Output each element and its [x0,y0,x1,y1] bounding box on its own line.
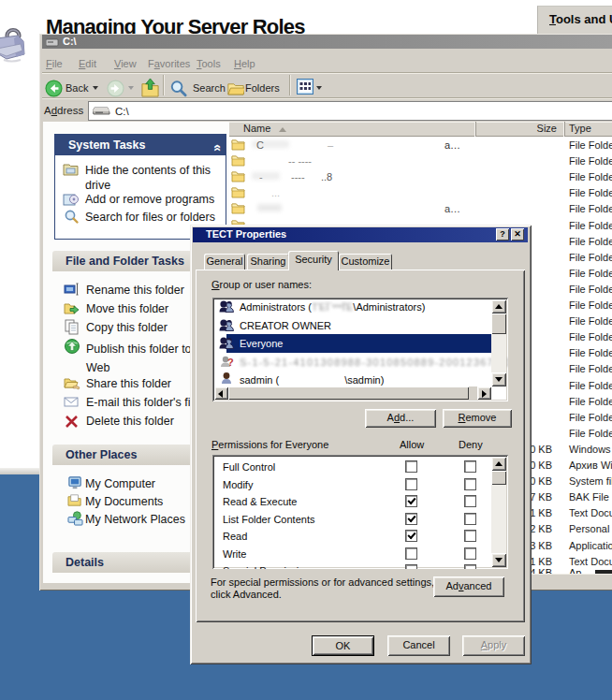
svg-text:?: ? [227,357,234,368]
